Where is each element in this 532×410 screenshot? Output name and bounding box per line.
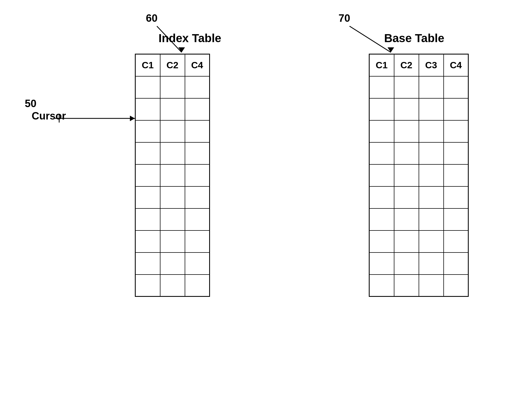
index-table-number: 60 <box>146 12 157 24</box>
index-col-c2: C2 <box>160 54 185 76</box>
table-row <box>135 164 210 186</box>
cursor-label: Cursor <box>32 110 66 122</box>
svg-marker-1 <box>178 47 185 52</box>
table-row <box>135 252 210 275</box>
table-row <box>135 142 210 164</box>
table-row <box>369 230 468 252</box>
base-table-container: C1 C2 C3 C4 <box>369 54 469 297</box>
table-row <box>369 252 468 275</box>
base-table-header-row: C1 C2 C3 C4 <box>369 54 468 76</box>
diagram: 60 70 Index Table Base Table 50 Cursor C… <box>0 0 532 410</box>
svg-marker-3 <box>388 47 394 52</box>
base-table: C1 C2 C3 C4 <box>369 54 469 297</box>
base-col-c4: C4 <box>444 54 468 76</box>
base-col-c1: C1 <box>369 54 394 76</box>
table-row <box>135 230 210 252</box>
table-row <box>369 164 468 186</box>
index-col-c4: C4 <box>185 54 210 76</box>
table-row <box>369 120 468 142</box>
table-row <box>135 120 210 142</box>
index-table-label: Index Table <box>149 32 231 45</box>
index-col-c1: C1 <box>135 54 160 76</box>
index-table-header-row: C1 C2 C4 <box>135 54 210 76</box>
table-row <box>369 142 468 164</box>
table-row <box>135 76 210 98</box>
base-table-label: Base Table <box>366 32 462 45</box>
svg-marker-5 <box>130 116 135 121</box>
cursor-number: 50 <box>25 98 36 110</box>
base-col-c3: C3 <box>419 54 444 76</box>
table-row <box>369 98 468 120</box>
table-row <box>369 76 468 98</box>
base-table-number: 70 <box>339 12 350 24</box>
index-table: C1 C2 C4 <box>135 54 210 297</box>
table-row <box>369 208 468 230</box>
table-row <box>135 98 210 120</box>
base-col-c2: C2 <box>394 54 419 76</box>
table-row <box>369 186 468 208</box>
table-row <box>135 186 210 208</box>
index-table-container: C1 C2 C4 <box>135 54 210 297</box>
table-row <box>135 275 210 297</box>
table-row <box>369 275 468 297</box>
table-row <box>135 208 210 230</box>
